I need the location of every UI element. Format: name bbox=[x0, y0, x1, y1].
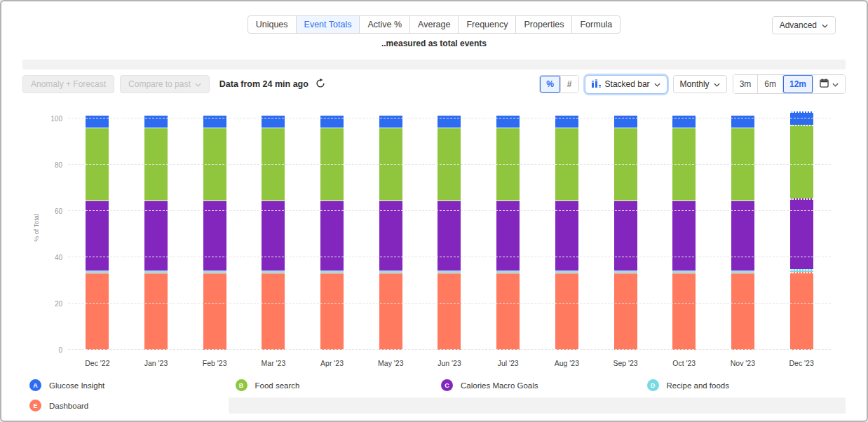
bar-segment-dashboard[interactable] bbox=[790, 272, 813, 350]
bar-aug-23[interactable] bbox=[555, 115, 578, 350]
bar-slot-dec-23 bbox=[772, 118, 831, 350]
bar-segment-calories-macro-goals[interactable] bbox=[144, 200, 168, 270]
chevron-down-icon bbox=[714, 79, 720, 89]
measure-subtitle: ..measured as total events bbox=[1, 39, 867, 48]
bar-segment-glucose-insight[interactable] bbox=[262, 115, 285, 128]
bar-segment-dashboard[interactable] bbox=[320, 273, 344, 350]
bar-segment-dashboard[interactable] bbox=[144, 273, 168, 350]
bar-segment-dashboard[interactable] bbox=[731, 273, 754, 350]
bar-segment-dashboard[interactable] bbox=[555, 273, 578, 350]
number-toggle[interactable]: # bbox=[561, 76, 578, 93]
advanced-button[interactable]: Advanced bbox=[772, 16, 836, 34]
legend-item-calories-macro-goals[interactable]: CCalories Macro Goals bbox=[434, 375, 640, 395]
bar-segment-calories-macro-goals[interactable] bbox=[86, 200, 109, 270]
legend-item-food-search[interactable]: BFood search bbox=[229, 375, 435, 395]
gridline-20 bbox=[68, 303, 831, 304]
range-6m[interactable]: 6m bbox=[758, 75, 783, 93]
gridline-80 bbox=[68, 164, 831, 165]
bar-dec-23[interactable] bbox=[790, 111, 813, 350]
bar-segment-glucose-insight[interactable] bbox=[320, 115, 344, 128]
bar-may-23[interactable] bbox=[379, 115, 402, 350]
bar-segment-glucose-insight[interactable] bbox=[379, 115, 402, 128]
bar-segment-glucose-insight[interactable] bbox=[672, 115, 696, 128]
tab-formula[interactable]: Formula bbox=[572, 16, 620, 33]
toolbar-right: % # Stacked bar Monthly bbox=[539, 74, 846, 94]
bar-sep-23[interactable] bbox=[614, 115, 637, 350]
tab-properties[interactable]: Properties bbox=[516, 16, 572, 33]
data-freshness-text: Data from 24 min ago bbox=[219, 79, 308, 89]
percent-toggle[interactable]: % bbox=[540, 76, 561, 93]
gridline-0 bbox=[68, 349, 831, 350]
interval-dropdown[interactable]: Monthly bbox=[673, 75, 727, 93]
bar-oct-23[interactable] bbox=[672, 115, 696, 350]
measure-tabs-row: UniquesEvent TotalsActive %AverageFreque… bbox=[1, 15, 867, 34]
bar-segment-calories-macro-goals[interactable] bbox=[203, 200, 226, 270]
bar-segment-calories-macro-goals[interactable] bbox=[438, 200, 461, 270]
range-3m[interactable]: 3m bbox=[733, 75, 759, 93]
legend-item-recipe-and-foods[interactable]: DRecipe and foods bbox=[640, 375, 846, 395]
anomaly-forecast-button[interactable]: Anomaly + Forecast bbox=[22, 75, 114, 93]
bar-segment-calories-macro-goals[interactable] bbox=[496, 200, 520, 270]
bar-segment-dashboard[interactable] bbox=[614, 273, 637, 350]
collapsed-section-bar[interactable] bbox=[22, 60, 846, 69]
bar-segment-glucose-insight[interactable] bbox=[86, 115, 109, 128]
bar-segment-dashboard[interactable] bbox=[672, 273, 696, 350]
tab-event-totals[interactable]: Event Totals bbox=[297, 16, 360, 33]
bar-segment-dashboard[interactable] bbox=[86, 273, 109, 350]
x-axis-labels: Dec '22Jan '23Feb '23Mar '23Apr '23May '… bbox=[68, 359, 831, 367]
bar-segment-glucose-insight[interactable] bbox=[144, 115, 168, 128]
bar-feb-23[interactable] bbox=[203, 115, 226, 350]
bar-segment-dashboard[interactable] bbox=[496, 273, 520, 350]
gridline-100 bbox=[68, 118, 831, 118]
bar-segment-calories-macro-goals[interactable] bbox=[672, 200, 696, 270]
bar-segment-glucose-insight[interactable] bbox=[731, 115, 754, 128]
y-tick-20: 20 bbox=[40, 300, 62, 308]
legend-label: Calories Macro Goals bbox=[461, 381, 538, 390]
custom-date-dropdown[interactable] bbox=[813, 75, 845, 93]
gridline-40 bbox=[68, 257, 831, 257]
bar-segment-glucose-insight[interactable] bbox=[555, 115, 578, 128]
bar-segment-dashboard[interactable] bbox=[203, 273, 226, 350]
bar-segment-glucose-insight[interactable] bbox=[496, 115, 520, 128]
bar-segment-calories-macro-goals[interactable] bbox=[379, 200, 402, 270]
bar-slot-aug-23 bbox=[538, 118, 597, 350]
bar-segment-calories-macro-goals[interactable] bbox=[731, 200, 754, 270]
tab-active[interactable]: Active % bbox=[360, 16, 410, 33]
bar-segment-dashboard[interactable] bbox=[379, 273, 402, 350]
legend-item-dashboard[interactable]: EDashboard bbox=[22, 395, 229, 416]
chevron-down-icon bbox=[832, 79, 839, 89]
refresh-button[interactable] bbox=[314, 79, 327, 90]
y-tick-80: 80 bbox=[40, 161, 62, 169]
tab-frequency[interactable]: Frequency bbox=[459, 16, 516, 33]
bar-segment-calories-macro-goals[interactable] bbox=[790, 198, 813, 268]
bar-segment-dashboard[interactable] bbox=[438, 273, 461, 350]
bar-segment-calories-macro-goals[interactable] bbox=[320, 200, 344, 270]
bar-segment-calories-macro-goals[interactable] bbox=[262, 200, 285, 270]
tab-average[interactable]: Average bbox=[410, 16, 459, 33]
calendar-icon bbox=[820, 79, 829, 90]
bar-jul-23[interactable] bbox=[496, 115, 520, 350]
bar-segment-glucose-insight[interactable] bbox=[203, 115, 226, 128]
legend-badge-e: E bbox=[29, 400, 41, 411]
legend-item-glucose-insight[interactable]: AGlucose Insight bbox=[22, 375, 229, 395]
bar-segment-calories-macro-goals[interactable] bbox=[614, 200, 637, 270]
bar-apr-23[interactable] bbox=[320, 115, 344, 350]
tab-uniques[interactable]: Uniques bbox=[248, 16, 297, 33]
bar-slot-sep-23 bbox=[596, 118, 655, 350]
bar-mar-23[interactable] bbox=[262, 115, 285, 350]
chart-type-dropdown[interactable]: Stacked bar bbox=[585, 75, 667, 94]
bar-jan-23[interactable] bbox=[144, 115, 168, 350]
bar-segment-glucose-insight[interactable] bbox=[614, 115, 637, 128]
compare-to-past-dropdown[interactable]: Compare to past bbox=[120, 75, 210, 93]
bar-segment-glucose-insight[interactable] bbox=[438, 115, 461, 128]
range-12m[interactable]: 12m bbox=[783, 75, 813, 93]
chevron-down-icon bbox=[195, 79, 201, 89]
bar-jun-23[interactable] bbox=[438, 115, 461, 350]
bar-dec-22[interactable] bbox=[86, 115, 109, 350]
bar-nov-23[interactable] bbox=[731, 115, 754, 350]
bar-segment-calories-macro-goals[interactable] bbox=[555, 200, 578, 270]
chevron-down-icon bbox=[654, 79, 660, 89]
bar-segment-food-search[interactable] bbox=[790, 125, 813, 199]
compare-to-past-label: Compare to past bbox=[128, 79, 191, 89]
bar-segment-dashboard[interactable] bbox=[262, 273, 285, 350]
